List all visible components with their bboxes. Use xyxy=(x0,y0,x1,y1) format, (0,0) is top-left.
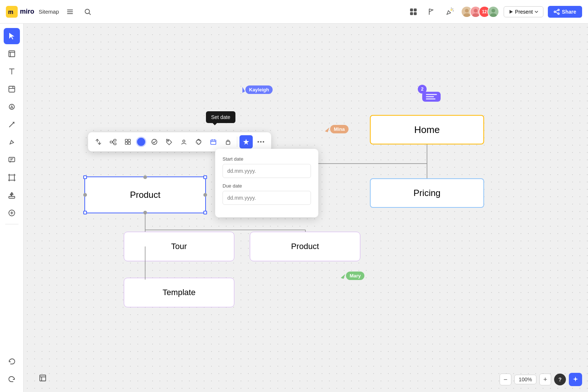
mina-cursor-icon xyxy=(325,126,329,132)
redo-tool[interactable] xyxy=(4,371,20,388)
sticky-tool[interactable] xyxy=(4,81,20,97)
marker-tool[interactable] xyxy=(4,134,20,150)
svg-point-15 xyxy=(463,13,470,17)
search-button[interactable] xyxy=(81,5,94,18)
comment-tool[interactable] xyxy=(4,152,20,168)
svg-point-18 xyxy=(491,9,495,13)
toolbar-magic[interactable] xyxy=(239,135,253,148)
node-product-sub[interactable]: Product xyxy=(250,232,360,261)
toolbar-link[interactable] xyxy=(192,135,205,148)
resize-handle-tr[interactable] xyxy=(203,175,207,179)
due-date-label: Due date xyxy=(223,183,311,189)
frames-fit-button[interactable] xyxy=(35,370,51,386)
toolbar-lock[interactable] xyxy=(221,135,235,148)
toolbar-expand[interactable] xyxy=(92,135,105,148)
start-date-label: Start date xyxy=(223,156,311,162)
select-tool[interactable] xyxy=(4,28,20,44)
svg-line-68 xyxy=(112,140,114,142)
mary-name: Mary xyxy=(346,272,364,280)
left-sidebar xyxy=(0,24,24,392)
magic-assist-button[interactable] xyxy=(569,373,582,386)
frame-tool[interactable] xyxy=(4,169,20,186)
topbar: m miro Sitemap xyxy=(0,0,588,24)
svg-point-75 xyxy=(168,140,169,141)
toolbar-parent[interactable] xyxy=(106,135,120,148)
start-date-input[interactable] xyxy=(223,164,311,178)
conn-dot-right xyxy=(203,193,207,197)
flag-button[interactable] xyxy=(425,5,438,18)
conn-dot-top xyxy=(143,175,147,179)
toolbar-check[interactable] xyxy=(148,135,161,148)
resize-handle-br[interactable] xyxy=(203,211,207,214)
zoom-level: 100% xyxy=(514,375,536,384)
frames-tool[interactable] xyxy=(4,46,20,62)
node-product-main-label: Product xyxy=(130,190,161,200)
svg-marker-26 xyxy=(9,33,14,39)
node-tour[interactable]: Tour xyxy=(124,232,234,261)
node-product-main[interactable]: Product xyxy=(84,176,206,213)
node-pricing[interactable]: Pricing xyxy=(370,178,484,208)
node-home[interactable]: Home xyxy=(370,115,484,144)
canvas[interactable]: 2 Home Pricing Pro xyxy=(24,24,588,392)
svg-rect-9 xyxy=(414,12,417,15)
avatar-group: 12 xyxy=(461,6,499,18)
svg-line-5 xyxy=(89,13,91,15)
svg-rect-70 xyxy=(125,139,127,141)
cursor-kayleigh: Kayleigh xyxy=(241,85,273,94)
due-date-input[interactable] xyxy=(223,191,311,205)
celebrate-button[interactable] xyxy=(442,5,456,19)
svg-point-22 xyxy=(554,11,556,13)
miro-logo: m miro xyxy=(6,6,34,18)
miro-logo-icon: m xyxy=(6,6,18,18)
notif-line-3 xyxy=(426,98,435,99)
text-tool[interactable] xyxy=(4,63,20,80)
conn-dot-left xyxy=(83,193,87,197)
kayleigh-name: Kayleigh xyxy=(245,85,273,94)
zoom-out-button[interactable]: − xyxy=(500,374,511,385)
toolbar-color[interactable] xyxy=(136,137,146,147)
menu-button[interactable] xyxy=(63,5,77,18)
undo-tool[interactable] xyxy=(4,354,20,370)
mina-name: Mina xyxy=(330,125,349,133)
svg-point-74 xyxy=(152,139,157,144)
node-template[interactable]: Template xyxy=(124,278,234,307)
upload-tool[interactable] xyxy=(4,187,20,203)
share-button[interactable]: Share xyxy=(548,6,582,18)
svg-line-12 xyxy=(452,9,453,9)
toolbar-grid[interactable] xyxy=(121,135,134,148)
svg-point-21 xyxy=(558,9,559,11)
mary-cursor-icon xyxy=(341,273,345,279)
svg-point-4 xyxy=(85,9,90,14)
svg-point-23 xyxy=(558,13,559,14)
svg-rect-36 xyxy=(9,157,15,162)
zoom-in-button[interactable]: + xyxy=(539,374,551,385)
cursor-mina: Mina xyxy=(326,125,349,133)
shapes-tool[interactable] xyxy=(4,99,20,115)
add-tool[interactable] xyxy=(4,205,20,221)
toolbar-calendar[interactable] xyxy=(207,135,220,148)
svg-rect-32 xyxy=(9,86,15,92)
svg-point-83 xyxy=(260,141,262,143)
notif-line-2 xyxy=(426,96,434,97)
help-button[interactable]: ? xyxy=(554,374,566,385)
apps-button[interactable] xyxy=(406,5,420,19)
svg-rect-6 xyxy=(410,8,413,11)
svg-rect-7 xyxy=(414,8,417,11)
svg-rect-73 xyxy=(128,142,130,144)
resize-handle-tl[interactable] xyxy=(83,175,87,179)
pen-tool[interactable] xyxy=(4,116,20,133)
present-button[interactable]: Present xyxy=(504,6,543,17)
svg-rect-81 xyxy=(226,141,230,144)
resize-handle-bl[interactable] xyxy=(83,211,87,214)
svg-point-76 xyxy=(183,140,185,142)
svg-marker-20 xyxy=(510,10,513,14)
toolbar-more[interactable] xyxy=(254,135,267,148)
svg-rect-39 xyxy=(9,175,14,180)
toolbar-assign[interactable] xyxy=(177,135,190,148)
svg-point-19 xyxy=(490,13,497,17)
board-name: Sitemap xyxy=(39,8,59,15)
svg-rect-71 xyxy=(128,139,130,141)
svg-point-34 xyxy=(9,104,14,109)
svg-point-10 xyxy=(451,9,452,11)
toolbar-tag[interactable] xyxy=(162,135,176,148)
